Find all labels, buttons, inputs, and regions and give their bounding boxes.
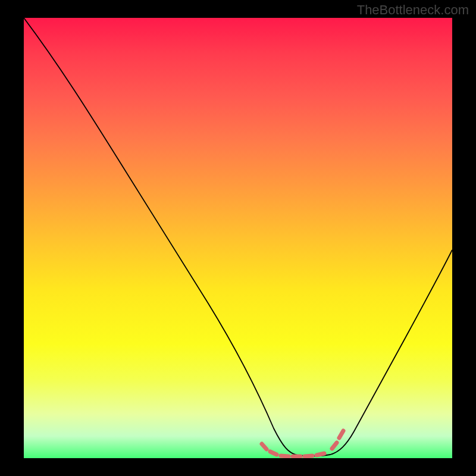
plot-area	[24, 18, 452, 458]
valley-marker-dashes	[262, 431, 343, 456]
y-axis-margin	[0, 18, 24, 458]
watermark-text: TheBottleneck.com	[357, 2, 469, 18]
bottleneck-curve	[24, 18, 452, 456]
chart-svg	[24, 18, 452, 458]
x-axis-margin	[0, 458, 476, 476]
